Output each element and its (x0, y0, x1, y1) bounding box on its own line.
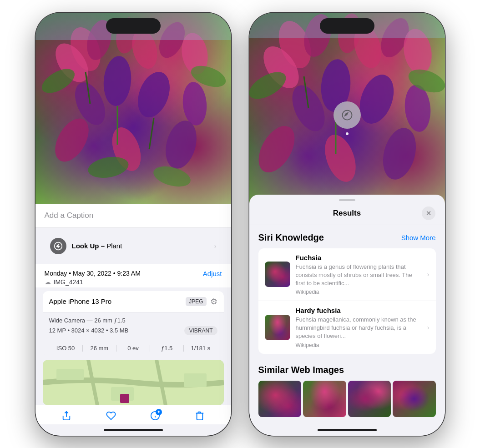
sheet-handle (339, 199, 355, 201)
similar-img-4[interactable] (393, 381, 436, 417)
similar-img-1[interactable] (258, 381, 302, 417)
caption-area[interactable]: Add a Caption (35, 204, 231, 228)
exif-row: ISO 50 26 mm 0 ev ƒ1.5 1/181 s (43, 340, 224, 356)
device-row: Apple iPhone 13 Pro JPEG ⚙ (43, 291, 224, 312)
adjust-button[interactable]: Adjust (203, 270, 222, 277)
similar-images-grid (258, 381, 436, 417)
svg-point-45 (378, 124, 421, 183)
similar-images-section: Similar Web Images (249, 357, 445, 421)
camera-specs: 12 MP • 3024 × 4032 • 3.5 MB (49, 327, 129, 334)
exif-focal: 26 mm (83, 345, 116, 352)
svg-rect-25 (56, 369, 84, 380)
filename-row: ☁ IMG_4241 (45, 278, 141, 286)
cloud-icon: ☁ (45, 278, 51, 286)
right-photo-area[interactable] (249, 13, 445, 217)
map-svg (43, 360, 224, 405)
knowledge-card-hardy[interactable]: Hardy fuchsia Fuchsia magellanica, commo… (258, 301, 436, 354)
fuchsia-source: Wikipedia (296, 289, 422, 295)
camera-type: Wide Camera — 26 mm ƒ1.5 (49, 317, 217, 324)
device-info-card: Apple iPhone 13 Pro JPEG ⚙ Wide Camera —… (43, 291, 224, 356)
visual-lookup-button[interactable] (333, 101, 361, 129)
similar-img-2[interactable] (303, 381, 346, 417)
home-indicator-right (318, 429, 377, 431)
exif-shutter: 1/181 s (184, 345, 217, 352)
svg-point-9 (132, 67, 176, 122)
left-screen: Add a Caption Look Up – Plant › Monday •… (35, 13, 231, 436)
dynamic-island (106, 18, 161, 34)
svg-point-7 (101, 55, 133, 107)
delete-button[interactable] (195, 411, 205, 421)
favorite-button[interactable] (106, 411, 116, 421)
badge-row: JPEG ⚙ (186, 297, 217, 307)
date-row: Monday • May 30, 2022 • 9:23 AM ☁ IMG_42… (35, 264, 231, 287)
bottom-toolbar: ✦ (35, 405, 231, 424)
lookup-label: Look Up – Plant (72, 242, 122, 250)
camera-specs-row: 12 MP • 3024 × 4032 • 3.5 MB VIBRANT (49, 326, 217, 335)
svg-point-43 (251, 120, 302, 178)
lookup-row[interactable]: Look Up – Plant › (43, 232, 224, 261)
show-more-button[interactable]: Show More (401, 234, 436, 242)
caption-placeholder: Add a Caption (45, 211, 94, 220)
knowledge-card-fuchsia[interactable]: Fuchsia Fuchsia is a genus of flowering … (258, 248, 436, 301)
right-screen: Results ✕ Siri Knowledge Show More (249, 13, 445, 436)
gear-icon[interactable]: ⚙ (210, 297, 217, 307)
camera-details: Wide Camera — 26 mm ƒ1.5 12 MP • 3024 × … (43, 312, 224, 340)
hardy-thumbnail (265, 315, 290, 340)
device-name: Apple iPhone 13 Pro (49, 297, 112, 305)
svg-rect-26 (184, 373, 207, 387)
hardy-content: Hardy fuchsia Fuchsia magellanica, commo… (296, 307, 422, 348)
svg-point-10 (181, 81, 208, 126)
exif-aperture: ƒ1.5 (150, 345, 184, 352)
close-icon: ✕ (426, 210, 431, 217)
exif-ev: 0 ev (116, 345, 150, 352)
svg-line-16 (149, 118, 154, 149)
hardy-desc: Fuchsia magellanica, commonly known as t… (296, 316, 422, 341)
svg-point-44 (319, 130, 361, 186)
visual-lookup-icon (341, 109, 354, 121)
fuchsia-chevron: › (427, 271, 429, 278)
lookup-chevron: › (214, 242, 217, 250)
exif-iso: ISO 50 (49, 345, 83, 352)
fuchsia-thumbnail (265, 262, 290, 287)
filename: IMG_4241 (54, 278, 83, 286)
hardy-chevron: › (427, 324, 429, 331)
siri-title: Siri Knowledge (258, 232, 324, 243)
photo-area[interactable] (35, 13, 231, 204)
sheet-header: Results ✕ (249, 201, 445, 225)
visual-lookup-icon (50, 238, 66, 254)
siri-knowledge-section: Siri Knowledge Show More Fuchsia Fuchsia… (249, 225, 445, 357)
fuchsia-desc: Fuchsia is a genus of flowering plants t… (296, 263, 422, 288)
similar-img-3[interactable] (348, 381, 391, 417)
siri-header: Siri Knowledge Show More (258, 232, 436, 243)
svg-rect-27 (120, 394, 129, 403)
close-button[interactable]: ✕ (422, 206, 435, 220)
vibrant-badge: VIBRANT (184, 326, 217, 335)
fuchsia-title: Fuchsia (296, 254, 422, 262)
hardy-source: Wikipedia (296, 342, 422, 348)
results-title: Results (333, 209, 361, 218)
date-text: Monday • May 30, 2022 • 9:23 AM (45, 270, 141, 277)
flower-decoration (35, 13, 231, 204)
map-area[interactable] (43, 360, 224, 405)
flower-photo (35, 13, 231, 204)
info-button[interactable]: ✦ (150, 411, 160, 421)
jpeg-badge: JPEG (186, 297, 206, 306)
hardy-title: Hardy fuchsia (296, 307, 422, 314)
results-sheet: Results ✕ Siri Knowledge Show More (249, 195, 445, 436)
similar-title: Similar Web Images (258, 365, 436, 375)
visual-lookup-dot (346, 132, 349, 135)
dynamic-island-right (320, 18, 374, 34)
knowledge-cards: Fuchsia Fuchsia is a genus of flowering … (258, 248, 436, 354)
fuchsia-content: Fuchsia Fuchsia is a genus of flowering … (296, 254, 422, 296)
home-indicator-left (104, 429, 163, 431)
share-button[interactable] (61, 411, 71, 421)
left-phone: Add a Caption Look Up – Plant › Monday •… (35, 13, 231, 436)
right-phone: Results ✕ Siri Knowledge Show More (249, 13, 445, 436)
svg-point-41 (353, 70, 399, 128)
info-badge: ✦ (156, 409, 162, 415)
